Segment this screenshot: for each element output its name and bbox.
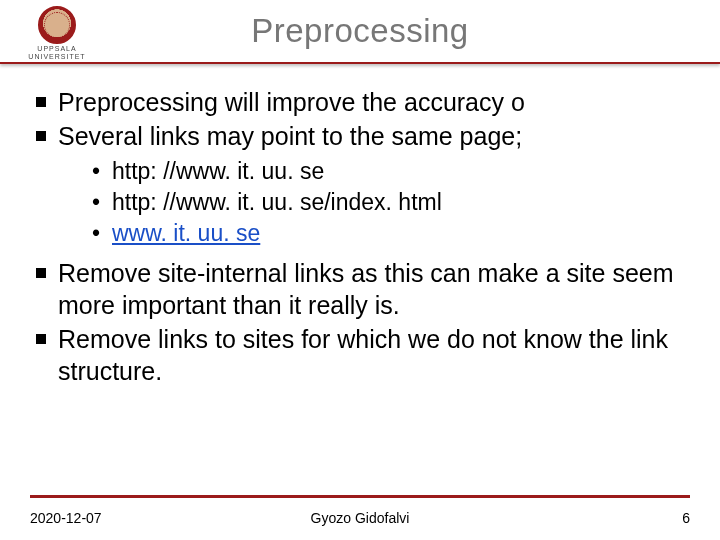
footer-author: Gyozo Gidofalvi [30, 510, 690, 526]
header: UPPSALA UNIVERSITET Preprocessing [0, 0, 720, 64]
footer: 2020-12-07 Gyozo Gidofalvi 6 [30, 510, 690, 526]
slide-title: Preprocessing [0, 12, 720, 50]
bullet-2-text: Several links may point to the same page… [58, 122, 522, 150]
bullet-1: Preprocessing will improve the accuracy … [30, 86, 690, 118]
university-logo: UPPSALA UNIVERSITET [12, 6, 102, 60]
logo-line2: UNIVERSITET [28, 53, 85, 60]
bullet-4: Remove links to sites for which we do no… [30, 323, 690, 387]
sub-1: http: //www. it. uu. se [92, 156, 690, 187]
bullet-list: Preprocessing will improve the accuracy … [30, 86, 690, 387]
sub-list: http: //www. it. uu. se http: //www. it.… [58, 156, 690, 249]
bullet-3: Remove site-internal links as this can m… [30, 257, 690, 321]
bullet-2: Several links may point to the same page… [30, 120, 690, 249]
footer-rule [30, 495, 690, 498]
logo-text: UPPSALA UNIVERSITET [28, 45, 85, 60]
sub-3-link[interactable]: www. it. uu. se [112, 220, 260, 246]
seal-icon [38, 6, 76, 44]
slide: UPPSALA UNIVERSITET Preprocessing Prepro… [0, 0, 720, 540]
sub-2: http: //www. it. uu. se/index. html [92, 187, 690, 218]
logo-line1: UPPSALA [37, 45, 76, 52]
sub-3: www. it. uu. se [92, 218, 690, 249]
slide-body: Preprocessing will improve the accuracy … [0, 64, 720, 387]
